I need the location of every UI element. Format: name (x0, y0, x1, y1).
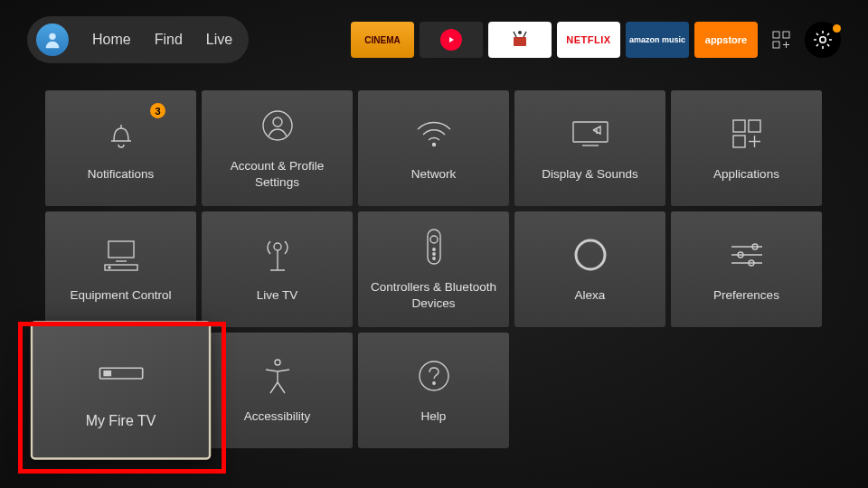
tile-my-fire-tv[interactable]: My Fire TV (32, 322, 210, 458)
notification-badge: 3 (150, 103, 165, 118)
svg-point-6 (820, 37, 826, 42)
app-row: CINEMA NETFLIX amazon music appstore (351, 22, 841, 58)
tv-box-icon (508, 28, 532, 52)
tile-applications[interactable]: Applications (671, 90, 822, 206)
tile-label: Live TV (257, 287, 298, 304)
wifi-icon (414, 118, 454, 149)
antenna-icon (261, 236, 294, 274)
notification-dot-icon (833, 24, 841, 33)
svg-point-9 (273, 117, 282, 127)
tile-notifications[interactable]: 3 Notifications (45, 90, 196, 206)
tile-controllers[interactable]: Controllers & Bluetooth Devices (358, 211, 509, 327)
app-appstore[interactable]: appstore (694, 22, 758, 58)
tile-label: Applications (713, 166, 779, 183)
svg-point-10 (432, 144, 435, 146)
tile-network[interactable]: Network (358, 90, 509, 206)
tile-preferences[interactable]: Preferences (671, 211, 822, 327)
nav-group: Home Find Live (27, 16, 249, 63)
svg-rect-36 (104, 371, 110, 376)
app-youtube[interactable] (420, 22, 483, 58)
app-netflix[interactable]: NETFLIX (557, 22, 620, 58)
svg-point-24 (430, 236, 438, 243)
svg-rect-14 (749, 120, 760, 132)
svg-point-38 (420, 361, 448, 390)
svg-point-27 (432, 258, 434, 259)
nav-home[interactable]: Home (92, 32, 131, 48)
svg-point-0 (49, 33, 55, 40)
tile-alexa[interactable]: Alexa (514, 211, 665, 327)
sliders-icon (728, 239, 766, 270)
gear-icon (812, 29, 834, 51)
svg-point-37 (275, 360, 280, 365)
tile-label: Alexa (575, 287, 606, 304)
remote-icon (425, 227, 443, 267)
nav-live[interactable]: Live (206, 32, 232, 48)
tile-label: Preferences (713, 287, 779, 304)
svg-rect-5 (773, 42, 779, 48)
person-icon (42, 30, 62, 50)
tile-label: My Fire TV (86, 412, 156, 431)
svg-point-21 (108, 267, 110, 268)
equipment-icon (101, 238, 141, 272)
tile-accessibility[interactable]: Accessibility (202, 333, 353, 448)
tile-label: Accessibility (244, 408, 311, 425)
svg-point-2 (518, 31, 522, 34)
tile-help[interactable]: Help (358, 333, 509, 448)
svg-point-25 (432, 249, 434, 250)
tile-equipment[interactable]: Equipment Control (45, 211, 196, 327)
svg-rect-18 (108, 241, 134, 258)
settings-button[interactable] (805, 22, 841, 58)
tile-label: Display & Sounds (542, 166, 638, 183)
profile-avatar[interactable] (36, 23, 69, 56)
firetv-box-icon (95, 364, 146, 383)
bell-icon (105, 116, 137, 152)
tile-display[interactable]: Display & Sounds (514, 90, 665, 206)
svg-point-22 (274, 243, 281, 250)
svg-rect-3 (773, 32, 779, 38)
help-icon (417, 359, 451, 393)
tile-label: Equipment Control (71, 287, 172, 304)
svg-point-28 (576, 240, 605, 269)
settings-grid: 3 Notifications Account & Profile Settin… (0, 63, 868, 448)
app-popcorn[interactable] (488, 22, 552, 58)
apps-grid-button[interactable] (763, 22, 799, 58)
tile-label: Account & Profile Settings (209, 158, 345, 190)
app-amazon-music[interactable]: amazon music (626, 22, 689, 58)
tile-label: Network (411, 166, 457, 183)
tile-account[interactable]: Account & Profile Settings (202, 90, 353, 206)
apps-icon (730, 117, 764, 151)
svg-point-26 (432, 253, 434, 255)
svg-point-8 (263, 111, 292, 140)
tile-livetv[interactable]: Live TV (202, 211, 353, 327)
tile-label: Controllers & Bluetooth Devices (365, 279, 502, 311)
svg-rect-4 (783, 32, 789, 38)
tile-label: Help (421, 408, 447, 425)
svg-point-39 (432, 382, 434, 384)
display-icon (570, 118, 611, 149)
svg-rect-15 (733, 136, 745, 147)
nav-find[interactable]: Find (155, 32, 183, 48)
svg-rect-1 (514, 37, 526, 46)
top-bar: Home Find Live CINEMA NETFLIX amazon mus… (0, 0, 868, 63)
svg-rect-11 (573, 122, 608, 142)
svg-rect-13 (733, 120, 745, 132)
play-icon (440, 29, 462, 51)
app-cinema[interactable]: CINEMA (351, 22, 414, 58)
accessibility-icon (262, 357, 293, 395)
grid-plus-icon (771, 30, 791, 50)
account-icon (260, 108, 295, 143)
alexa-icon (572, 237, 609, 273)
tile-label: Notifications (88, 166, 155, 183)
